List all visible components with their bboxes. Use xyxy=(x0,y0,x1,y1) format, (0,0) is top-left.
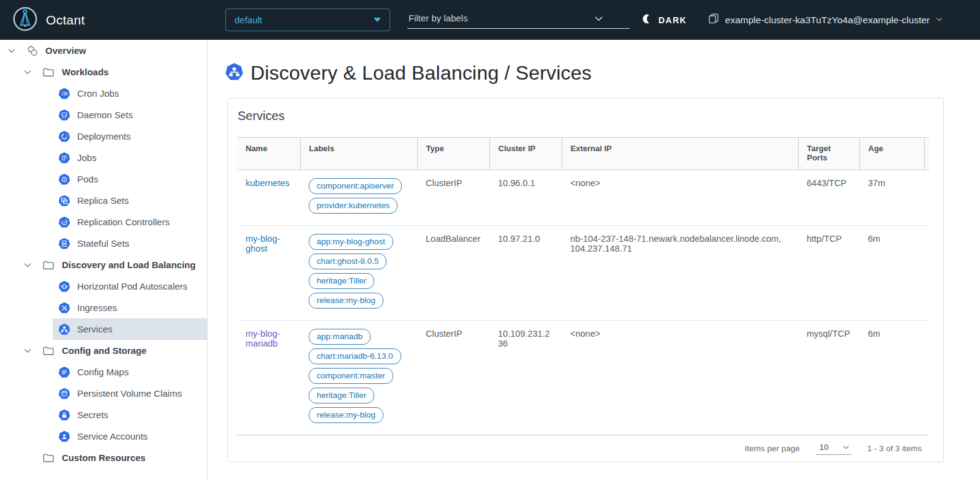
cell-type: ClusterIP xyxy=(417,170,489,226)
chevron-down-icon[interactable] xyxy=(7,47,17,55)
ingress-icon xyxy=(58,302,70,314)
cell-target-ports: http/TCP xyxy=(798,226,859,321)
statefulset-icon xyxy=(58,238,70,250)
app-title: Octant xyxy=(46,13,85,28)
deployment-icon xyxy=(58,130,70,143)
cell-age: 6m xyxy=(859,226,924,321)
sidebar-item-service-accounts[interactable]: Service Accounts xyxy=(53,426,207,447)
cell-name: kubernetes xyxy=(237,170,300,226)
pagination-range: 1 - 3 of 3 items xyxy=(867,444,922,453)
cronjob-icon xyxy=(58,88,70,100)
sidebar-item-replication-controllers[interactable]: Replication Controllers xyxy=(53,211,207,233)
sidebar-item-discovery-and-load-balancing[interactable]: Discovery and Load Balancing xyxy=(0,254,207,276)
label-badge[interactable]: app:mariadb xyxy=(309,329,371,345)
chevron-down-icon[interactable] xyxy=(594,13,604,26)
sidebar-item-cron-jobs[interactable]: Cron Jobs xyxy=(53,83,207,104)
cell-external-ip: <none> xyxy=(562,170,798,226)
label-badge[interactable]: release:my-blog xyxy=(309,293,383,309)
sidebar-item-label: Service Accounts xyxy=(77,431,148,441)
sidebar-item-label: Persistent Volume Claims xyxy=(77,388,182,399)
sidebar-item-jobs[interactable]: Jobs xyxy=(53,147,207,168)
sidebar-item-horizontal-pod-autoscalers[interactable]: Horizontal Pod Autoscalers xyxy=(53,276,207,297)
sidebar-item-label: Secrets xyxy=(77,410,108,420)
label-badge[interactable]: chart:ghost-8.0.5 xyxy=(309,253,386,269)
table-row: my-blog-ghostapp:my-blog-ghostchart:ghos… xyxy=(237,226,929,321)
chevron-down-icon[interactable] xyxy=(23,347,32,355)
sidebar-item-stateful-sets[interactable]: Stateful Sets xyxy=(53,233,207,254)
cell-cluster-ip: 10.97.21.0 xyxy=(489,226,562,321)
sidebar-item-label: Cron Jobs xyxy=(77,88,119,99)
label-badge[interactable]: provider:kubernetes xyxy=(309,198,398,214)
sidebar-item-daemon-sets[interactable]: Daemon Sets xyxy=(53,104,207,126)
cell-name: my-blog-mariadb xyxy=(237,321,300,435)
service-link[interactable]: kubernetes xyxy=(246,178,290,188)
caret-down-icon xyxy=(374,18,381,22)
layers-icon xyxy=(708,13,720,27)
sidebar-item-replica-sets[interactable]: Replica Sets xyxy=(53,190,207,211)
cell-target-ports: mysql/TCP xyxy=(798,321,859,435)
service-icon xyxy=(225,62,244,84)
configmap-icon xyxy=(58,366,70,378)
cell-labels: component:apiserverprovider:kubernetes xyxy=(300,170,417,226)
brand: Octant xyxy=(12,0,85,40)
sidebar-item-workloads[interactable]: Workloads xyxy=(0,61,207,83)
sidebar-item-label: Deployments xyxy=(77,131,131,141)
label-badge[interactable]: heritage:Tiller xyxy=(309,388,374,403)
sidebar-item-label: Discovery and Load Balancing xyxy=(62,260,195,270)
cell-age: 37m xyxy=(859,170,924,226)
sidebar-item-custom-resources[interactable]: Custom Resources xyxy=(0,447,207,468)
hpa-icon xyxy=(58,280,70,293)
cell-cluster-ip: 10.96.0.1 xyxy=(489,170,562,226)
replicaset-icon xyxy=(58,195,70,207)
cell-name: my-blog-ghost xyxy=(237,226,300,321)
sidebar-item-label: Stateful Sets xyxy=(77,238,129,249)
objects-icon xyxy=(26,45,39,57)
sidebar-item-config-and-storage[interactable]: Config and Storage xyxy=(0,340,207,361)
sidebar-item-config-maps[interactable]: Config Maps xyxy=(53,361,207,383)
column-header-filler xyxy=(924,138,929,170)
namespace-select-value: default xyxy=(235,15,262,25)
page-title: Discovery & Load Balancing / Services xyxy=(251,62,592,84)
sidebar-item-services[interactable]: Services xyxy=(53,318,207,340)
sidebar-item-overview[interactable]: Overview xyxy=(0,40,207,61)
label-filter xyxy=(407,8,630,29)
service-link[interactable]: my-blog-ghost xyxy=(246,234,280,253)
label-badge[interactable]: component:master xyxy=(309,368,393,384)
theme-toggle-label: DARK xyxy=(658,15,687,25)
column-header-name: Name xyxy=(237,138,300,170)
sidebar-item-persistent-volume-claims[interactable]: Persistent Volume Claims xyxy=(53,383,207,404)
sidebar-item-pods[interactable]: Pods xyxy=(53,168,207,190)
label-badge[interactable]: component:apiserver xyxy=(309,178,402,194)
sidebar-item-label: Ingresses xyxy=(77,302,117,313)
column-header-age: Age xyxy=(859,138,924,170)
context-switcher[interactable]: example-cluster-ka3TuTzYo4a@example-clus… xyxy=(708,0,943,40)
sidebar-item-ingresses[interactable]: Ingresses xyxy=(53,297,207,318)
sidebar-item-deployments[interactable]: Deployments xyxy=(53,126,207,147)
service-icon xyxy=(58,323,70,336)
label-badge[interactable]: chart:mariadb-6.13.0 xyxy=(309,348,401,364)
namespace-select[interactable]: default xyxy=(225,9,390,31)
cell-filler xyxy=(924,321,929,435)
pagination-footer: Items per page 10 1 - 3 of 3 items xyxy=(237,435,929,462)
daemonset-icon xyxy=(58,109,70,121)
cell-external-ip: <none> xyxy=(562,321,798,435)
context-name: example-cluster-ka3TuTzYo4a@example-clus… xyxy=(725,15,930,26)
chevron-down-icon xyxy=(842,443,850,451)
service-link[interactable]: my-blog-mariadb xyxy=(246,329,280,348)
label-badge[interactable]: heritage:Tiller xyxy=(309,273,374,289)
sidebar-item-label: Config and Storage xyxy=(62,345,146,356)
chevron-down-icon[interactable] xyxy=(23,68,32,77)
sidebar-item-secrets[interactable]: Secrets xyxy=(53,404,207,426)
items-per-page-select[interactable]: 10 xyxy=(816,443,851,455)
main-content: Discovery & Load Balancing / Services Se… xyxy=(208,40,980,480)
folder-icon xyxy=(42,452,55,464)
label-badge[interactable]: release:my-blog xyxy=(309,407,383,423)
theme-toggle-button[interactable]: DARK xyxy=(642,0,687,40)
cell-type: LoadBalancer xyxy=(417,226,489,321)
label-badge[interactable]: app:my-blog-ghost xyxy=(309,234,393,250)
services-table: NameLabelsTypeCluster IPExternal IPTarge… xyxy=(237,137,929,435)
folder-icon xyxy=(42,66,55,78)
chevron-down-icon[interactable] xyxy=(23,261,32,269)
moon-icon xyxy=(642,13,653,27)
label-filter-input[interactable] xyxy=(407,12,591,24)
